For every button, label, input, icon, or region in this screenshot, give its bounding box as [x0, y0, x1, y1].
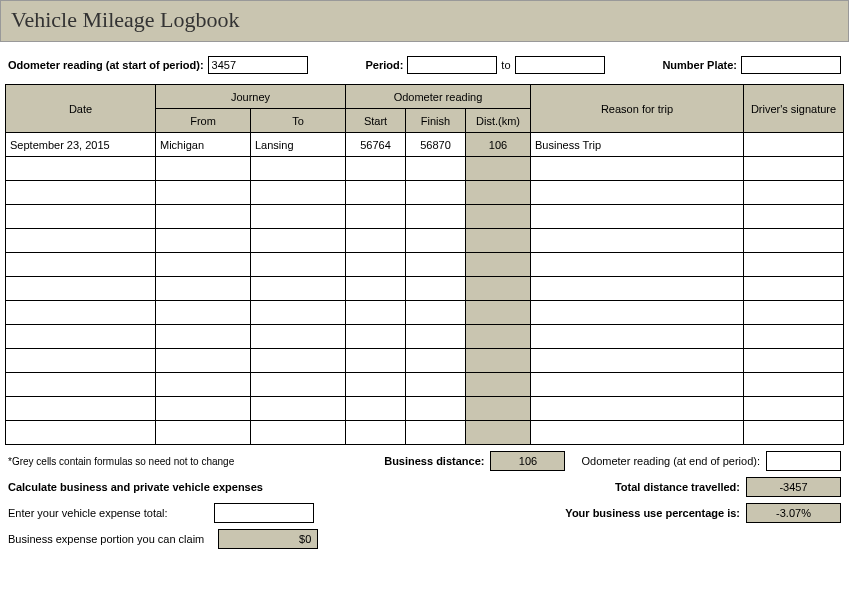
- cell-date[interactable]: [6, 253, 156, 277]
- cell-from[interactable]: [156, 277, 251, 301]
- cell-finish[interactable]: [406, 301, 466, 325]
- cell-start[interactable]: [346, 205, 406, 229]
- cell-date[interactable]: [6, 205, 156, 229]
- cell-date[interactable]: [6, 157, 156, 181]
- cell-start[interactable]: [346, 373, 406, 397]
- cell-reason[interactable]: [531, 205, 744, 229]
- cell-from[interactable]: [156, 325, 251, 349]
- cell-reason[interactable]: [531, 421, 744, 445]
- cell-finish[interactable]: [406, 205, 466, 229]
- cell-reason[interactable]: [531, 301, 744, 325]
- cell-sig[interactable]: [744, 349, 844, 373]
- expense-total-input[interactable]: [214, 503, 314, 523]
- cell-reason[interactable]: [531, 157, 744, 181]
- cell-to[interactable]: [251, 253, 346, 277]
- cell-finish[interactable]: [406, 325, 466, 349]
- cell-finish[interactable]: [406, 397, 466, 421]
- cell-finish[interactable]: [406, 421, 466, 445]
- cell-finish[interactable]: [406, 277, 466, 301]
- cell-reason[interactable]: [531, 229, 744, 253]
- cell-date[interactable]: [6, 397, 156, 421]
- cell-sig[interactable]: [744, 133, 844, 157]
- cell-sig[interactable]: [744, 205, 844, 229]
- period-to-input[interactable]: [515, 56, 605, 74]
- cell-start[interactable]: [346, 277, 406, 301]
- cell-date[interactable]: [6, 181, 156, 205]
- cell-to[interactable]: [251, 349, 346, 373]
- cell-sig[interactable]: [744, 253, 844, 277]
- cell-finish[interactable]: [406, 349, 466, 373]
- cell-date[interactable]: [6, 373, 156, 397]
- cell-sig[interactable]: [744, 277, 844, 301]
- cell-date[interactable]: [6, 421, 156, 445]
- cell-from[interactable]: [156, 253, 251, 277]
- cell-start[interactable]: 56764: [346, 133, 406, 157]
- cell-reason[interactable]: [531, 325, 744, 349]
- cell-to[interactable]: [251, 325, 346, 349]
- cell-to[interactable]: [251, 277, 346, 301]
- cell-start[interactable]: [346, 301, 406, 325]
- cell-date[interactable]: [6, 277, 156, 301]
- cell-to[interactable]: [251, 373, 346, 397]
- cell-to[interactable]: [251, 397, 346, 421]
- cell-sig[interactable]: [744, 421, 844, 445]
- cell-reason[interactable]: Business Trip: [531, 133, 744, 157]
- cell-start[interactable]: [346, 253, 406, 277]
- number-plate-input[interactable]: [741, 56, 841, 74]
- cell-date[interactable]: [6, 325, 156, 349]
- cell-start[interactable]: [346, 349, 406, 373]
- cell-from[interactable]: [156, 157, 251, 181]
- odometer-start-input[interactable]: [208, 56, 308, 74]
- cell-to[interactable]: [251, 205, 346, 229]
- formula-note: *Grey cells contain formulas so need not…: [8, 456, 234, 467]
- cell-from[interactable]: [156, 229, 251, 253]
- cell-start[interactable]: [346, 397, 406, 421]
- cell-date[interactable]: September 23, 2015: [6, 133, 156, 157]
- cell-to[interactable]: [251, 181, 346, 205]
- cell-to[interactable]: [251, 157, 346, 181]
- period-from-input[interactable]: [407, 56, 497, 74]
- cell-start[interactable]: [346, 157, 406, 181]
- cell-from[interactable]: [156, 397, 251, 421]
- cell-reason[interactable]: [531, 397, 744, 421]
- odometer-end-value[interactable]: [766, 451, 841, 471]
- cell-reason[interactable]: [531, 277, 744, 301]
- cell-finish[interactable]: [406, 157, 466, 181]
- cell-reason[interactable]: [531, 253, 744, 277]
- cell-finish[interactable]: [406, 181, 466, 205]
- cell-from[interactable]: [156, 421, 251, 445]
- cell-start[interactable]: [346, 325, 406, 349]
- cell-reason[interactable]: [531, 373, 744, 397]
- cell-start[interactable]: [346, 181, 406, 205]
- cell-finish[interactable]: [406, 253, 466, 277]
- col-journey: Journey: [156, 85, 346, 109]
- cell-from[interactable]: [156, 181, 251, 205]
- cell-sig[interactable]: [744, 229, 844, 253]
- cell-from[interactable]: Michigan: [156, 133, 251, 157]
- cell-sig[interactable]: [744, 373, 844, 397]
- cell-from[interactable]: [156, 205, 251, 229]
- cell-reason[interactable]: [531, 349, 744, 373]
- cell-sig[interactable]: [744, 301, 844, 325]
- cell-date[interactable]: [6, 229, 156, 253]
- cell-to[interactable]: [251, 421, 346, 445]
- cell-start[interactable]: [346, 229, 406, 253]
- cell-date[interactable]: [6, 349, 156, 373]
- cell-finish[interactable]: 56870: [406, 133, 466, 157]
- cell-to[interactable]: [251, 229, 346, 253]
- cell-finish[interactable]: [406, 229, 466, 253]
- cell-start[interactable]: [346, 421, 406, 445]
- cell-to[interactable]: [251, 301, 346, 325]
- calculate-header: Calculate business and private vehicle e…: [8, 481, 263, 493]
- cell-sig[interactable]: [744, 181, 844, 205]
- cell-sig[interactable]: [744, 325, 844, 349]
- cell-sig[interactable]: [744, 397, 844, 421]
- cell-finish[interactable]: [406, 373, 466, 397]
- cell-reason[interactable]: [531, 181, 744, 205]
- cell-from[interactable]: [156, 349, 251, 373]
- cell-sig[interactable]: [744, 157, 844, 181]
- cell-from[interactable]: [156, 373, 251, 397]
- cell-date[interactable]: [6, 301, 156, 325]
- cell-to[interactable]: Lansing: [251, 133, 346, 157]
- cell-from[interactable]: [156, 301, 251, 325]
